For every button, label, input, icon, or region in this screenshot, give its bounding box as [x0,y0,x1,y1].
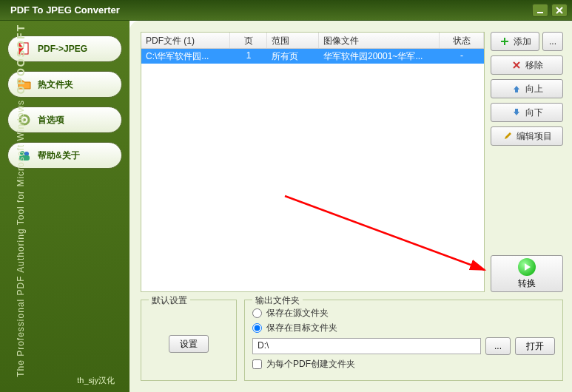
col-image[interactable]: 图像文件 [319,33,440,48]
settings-button[interactable]: 设置 [169,335,209,353]
arrow-down-icon [511,107,522,118]
table-header: PDF文件 (1) 页 范围 图像文件 状态 [141,33,484,49]
x-icon [511,60,522,70]
col-status[interactable]: 状态 [440,33,484,48]
cell-file: C:\华军软件园... [141,49,230,64]
file-table[interactable]: PDF文件 (1) 页 范围 图像文件 状态 C:\华军软件园... 1 所有页… [141,32,485,292]
add-browse-button[interactable]: ... [542,32,563,51]
output-group: 输出文件夹 保存在源文件夹 保存在目标文件夹 D:\ ... 打开 为每个PDF… [244,300,563,381]
save-target-radio[interactable]: 保存在目标文件夹 [252,322,555,334]
edit-button[interactable]: 编辑项目 [491,126,563,146]
col-page[interactable]: 页 [230,33,267,48]
titlebar: PDF To JPEG Converter [0,0,572,21]
svg-rect-0 [537,12,543,13]
convert-button[interactable]: 转换 [491,255,563,292]
credit-text: th_sjy汉化 [77,375,115,386]
svg-rect-10 [501,41,508,42]
minimize-button[interactable] [532,4,548,17]
nav-preferences-label: 首选项 [38,114,64,126]
main-panel: PDF文件 (1) 页 范围 图像文件 状态 C:\华军软件园... 1 所有页… [129,21,572,392]
col-range[interactable]: 范围 [267,33,319,48]
nav-convert-label: PDF->JPEG [38,44,87,54]
action-buttons: 添加 ... 移除 向上 向下 编辑项目 [491,32,563,292]
output-path-field[interactable]: D:\ [252,338,481,354]
defaults-title: 默认设置 [149,294,190,307]
cell-page: 1 [230,49,267,64]
remove-button[interactable]: 移除 [491,55,563,75]
output-browse-button[interactable]: ... [485,337,511,355]
output-title: 输出文件夹 [252,294,303,307]
nav-help-label: 帮助&关于 [38,149,80,162]
per-pdf-checkbox[interactable]: 为每个PDF创建文件夹 [252,358,555,371]
app-title: PDF To JPEG Converter [4,4,529,16]
plus-icon [499,36,510,47]
cell-range: 所有页 [267,49,319,64]
save-source-radio[interactable]: 保存在源文件夹 [252,307,555,320]
close-button[interactable] [551,4,568,17]
defaults-group: 默认设置 设置 [141,300,237,381]
nav-hotfolder-label: 热文件夹 [38,78,73,91]
col-file[interactable]: PDF文件 (1) [141,33,230,48]
up-button[interactable]: 向上 [491,79,563,98]
output-open-button[interactable]: 打开 [515,337,555,355]
arrow-up-icon [511,84,522,94]
down-button[interactable]: 向下 [491,103,563,122]
table-row[interactable]: C:\华军软件园... 1 所有页 华军软件园20001~华军... - [141,49,484,64]
add-button[interactable]: 添加 [491,32,539,51]
cell-status: - [440,49,484,64]
sidebar: PDF->JPEG 热文件夹 首选项 帮助&关于 The Professiona… [0,21,129,392]
cell-image: 华军软件园20001~华军... [319,49,440,64]
play-icon [518,258,536,276]
sidebar-tagline: The Professional PDF Authoring Tool for … [15,24,27,377]
pencil-icon [502,131,513,141]
